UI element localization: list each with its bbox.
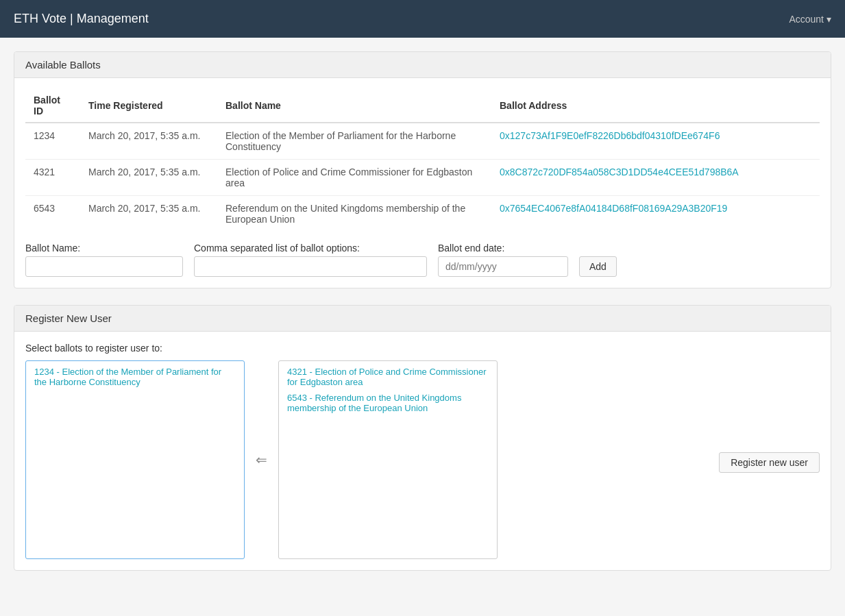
ballot-time-cell: March 20, 2017, 5:35 a.m. xyxy=(80,160,217,196)
ballot-name-cell: Election of the Member of Parliament for… xyxy=(217,123,491,160)
ballot-time-cell: March 20, 2017, 5:35 a.m. xyxy=(80,196,217,232)
add-ballot-button[interactable]: Add xyxy=(579,256,617,277)
col-header-ballot-id: Ballot ID xyxy=(25,89,80,123)
navbar-brand: ETH Vote | Management xyxy=(14,12,149,26)
ballot-date-label: Ballot end date: xyxy=(438,243,568,254)
navbar: ETH Vote | Management Account ▾ xyxy=(0,0,845,38)
register-lists-wrapper: 1234 - Election of the Member of Parliam… xyxy=(25,360,820,559)
add-ballot-form: Ballot Name: Comma separated list of bal… xyxy=(25,243,820,277)
col-header-name: Ballot Name xyxy=(217,89,491,123)
account-label: Account xyxy=(789,14,824,25)
account-menu[interactable]: Account ▾ xyxy=(789,14,831,25)
ballot-options-label: Comma separated list of ballot options: xyxy=(194,243,427,254)
list-item[interactable]: 4321 - Election of Police and Crime Comm… xyxy=(282,364,494,390)
ballot-date-group: Ballot end date: xyxy=(438,243,568,277)
ballot-id-cell: 6543 xyxy=(25,196,80,232)
register-new-user-button[interactable]: Register new user xyxy=(719,452,820,473)
ballot-address-cell: 0x7654EC4067e8fA04184D68fF08169A29A3B20F… xyxy=(491,196,820,232)
col-header-time: Time Registered xyxy=(80,89,217,123)
ballot-address-link[interactable]: 0x127c73Af1F9E0efF8226Db6bdf04310fDEe674… xyxy=(500,130,720,141)
register-user-heading: Register New User xyxy=(14,306,831,332)
col-header-address: Ballot Address xyxy=(491,89,820,123)
main-container: Available Ballots Ballot ID Time Registe… xyxy=(0,38,845,601)
table-row: 6543 March 20, 2017, 5:35 a.m. Referendu… xyxy=(25,196,820,232)
selected-ballots-list[interactable]: 1234 - Election of the Member of Parliam… xyxy=(25,360,245,559)
ballot-address-link[interactable]: 0x8C872c720DF854a058C3D1DD54e4CEE51d798B… xyxy=(500,167,739,177)
ballot-name-input[interactable] xyxy=(25,256,183,277)
ballot-options-group: Comma separated list of ballot options: xyxy=(194,243,427,277)
account-caret-icon: ▾ xyxy=(826,14,831,25)
ballot-name-cell: Election of Police and Crime Commissione… xyxy=(217,160,491,196)
ballot-name-cell: Referendum on the United Kingdoms member… xyxy=(217,196,491,232)
table-row: 4321 March 20, 2017, 5:35 a.m. Election … xyxy=(25,160,820,196)
ballot-options-input[interactable] xyxy=(194,256,427,277)
available-ballots-list[interactable]: 4321 - Election of Police and Crime Comm… xyxy=(278,360,498,559)
ballot-id-cell: 1234 xyxy=(25,123,80,160)
transfer-icon[interactable]: ⇐ xyxy=(256,452,267,468)
ballot-id-cell: 4321 xyxy=(25,160,80,196)
ballots-table: Ballot ID Time Registered Ballot Name Ba… xyxy=(25,89,820,232)
ballot-address-cell: 0x8C872c720DF854a058C3D1DD54e4CEE51d798B… xyxy=(491,160,820,196)
register-actions: Register new user xyxy=(509,447,820,473)
ballot-name-label: Ballot Name: xyxy=(25,243,183,254)
list-item[interactable]: 1234 - Election of the Member of Parliam… xyxy=(29,364,241,390)
available-ballots-heading: Available Ballots xyxy=(14,52,831,78)
ballot-name-group: Ballot Name: xyxy=(25,243,183,277)
ballot-time-cell: March 20, 2017, 5:35 a.m. xyxy=(80,123,217,160)
register-user-body: Select ballots to register user to: 1234… xyxy=(14,332,831,570)
ballot-address-cell: 0x127c73Af1F9E0efF8226Db6bdf04310fDEe674… xyxy=(491,123,820,160)
available-ballots-body: Ballot ID Time Registered Ballot Name Ba… xyxy=(14,78,831,288)
table-row: 1234 March 20, 2017, 5:35 a.m. Election … xyxy=(25,123,820,160)
list-item[interactable]: 6543 - Referendum on the United Kingdoms… xyxy=(282,390,494,416)
ballot-date-input[interactable] xyxy=(438,256,568,277)
available-ballots-panel: Available Ballots Ballot ID Time Registe… xyxy=(14,51,831,288)
select-ballots-label: Select ballots to register user to: xyxy=(25,343,820,354)
ballot-address-link[interactable]: 0x7654EC4067e8fA04184D68fF08169A29A3B20F… xyxy=(500,203,727,214)
register-user-panel: Register New User Select ballots to regi… xyxy=(14,305,831,571)
